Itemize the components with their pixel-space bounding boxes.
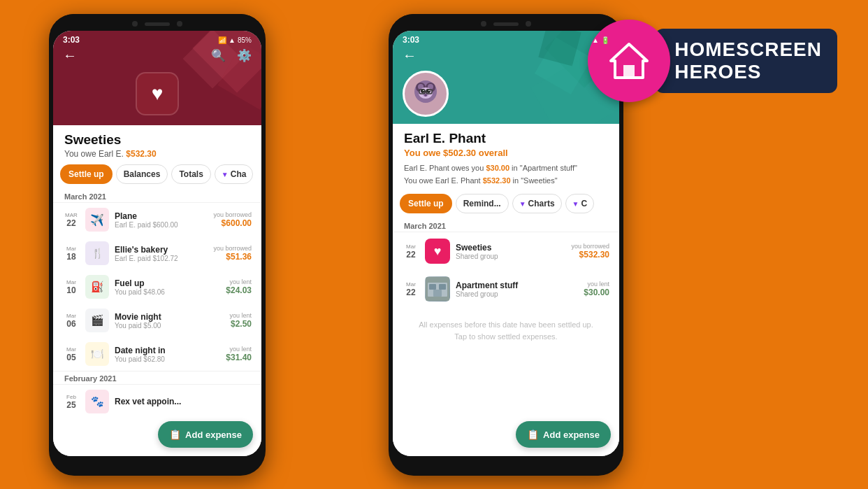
badge-line2: HEROES <box>674 61 822 83</box>
fuel-name: Fuel up <box>115 278 220 288</box>
camera-dot2 <box>177 21 182 27</box>
owe-amt-2: $532.30 <box>483 176 511 185</box>
month-datenight: Mar <box>66 346 76 353</box>
phone1-status-bar: 3:03 📶 ▲ 85% <box>53 31 261 46</box>
phone1-status-icons: 📶 ▲ 85% <box>218 36 252 44</box>
heart-icon: ♥ <box>152 83 164 105</box>
apt-icon-box <box>425 276 450 302</box>
sweeties-amount: $532.30 <box>571 250 609 260</box>
day-apt: 22 <box>406 288 415 297</box>
fuel-payer: You paid $48.06 <box>115 288 220 296</box>
fuel-amount: $24.03 <box>226 285 252 295</box>
february-label: February 2021 <box>53 371 261 385</box>
camera-dot-p2 <box>481 21 486 27</box>
add-expense-icon-1: 📋 <box>169 429 181 440</box>
settings-icon[interactable]: ⚙️ <box>237 48 252 63</box>
speaker <box>145 22 170 26</box>
battery-icon: 📶 <box>218 36 226 44</box>
tab-totals[interactable]: Totals <box>171 164 210 184</box>
p2-wifi-icon: ▲ <box>592 36 599 44</box>
phone1-header: 3:03 📶 ▲ 85% ← 🔍 ⚙️ <box>53 31 261 125</box>
date-sweeties: Mar 22 <box>403 243 419 260</box>
phone1-back-btn[interactable]: ← <box>63 48 77 64</box>
apt-status: you lent <box>584 281 609 288</box>
bakery-amount-col: you borrowed $51.36 <box>213 245 252 262</box>
more-icon-p2: ▼ <box>572 200 579 208</box>
add-expense-icon-2: 📋 <box>527 429 539 440</box>
tab-remind[interactable]: Remind... <box>456 194 509 213</box>
fuel-status: you lent <box>226 278 252 285</box>
phone2-back-btn[interactable]: ← <box>403 48 417 63</box>
phone1-time: 3:03 <box>63 35 80 45</box>
contact-name: Earl E. Phant <box>393 124 619 148</box>
add-expense-label-2: Add expense <box>543 430 600 440</box>
day-movie: 06 <box>66 319 75 329</box>
datenight-info: Date night in You paid $62.80 <box>115 346 220 363</box>
owe-detail-1: Earl E. Phant owes you $30.00 in "Apartm… <box>404 162 608 175</box>
tab-balances[interactable]: Balances <box>116 164 168 184</box>
plane-amount-col: you borrowed $600.00 <box>213 211 252 228</box>
movie-payer: You paid $5.00 <box>115 322 224 329</box>
movie-name: Movie night <box>115 312 224 322</box>
phone1-camera-bar <box>49 14 266 31</box>
phone2-month-label: March 2021 <box>393 219 619 232</box>
month-plane: Mar <box>65 212 78 218</box>
avatar-svg <box>408 76 443 111</box>
date-apt: Mar 22 <box>403 281 419 297</box>
day-rex: 25 <box>66 400 75 410</box>
phone2-status-bar: 3:03 ▲ 🔋 <box>393 31 619 46</box>
plane-payer: Earl E. paid $600.00 <box>115 221 208 229</box>
owe-details: Earl E. Phant owes you $30.00 in "Apartm… <box>393 161 619 188</box>
sweeties-amount-col: you borrowed $532.30 <box>571 243 609 260</box>
datenight-amount-col: you lent $31.40 <box>226 346 252 362</box>
phone2-content: Earl E. Phant You owe $502.30 overall Ea… <box>393 124 619 456</box>
phone1-screen: 3:03 📶 ▲ 85% ← 🔍 ⚙️ <box>53 31 261 456</box>
phone2-tabs: Settle up Remind... ▼ Charts ▼ C <box>393 188 619 219</box>
apt-amount-col: you lent $30.00 <box>584 281 609 297</box>
phone2-time: 3:03 <box>403 35 419 45</box>
add-expense-btn-2[interactable]: 📋 Add expense <box>516 421 611 448</box>
speaker-p2 <box>493 22 519 26</box>
phone2-avatar-area <box>403 71 449 117</box>
add-expense-btn-1[interactable]: 📋 Add expense <box>158 421 253 448</box>
expense-row-bakery: Mar 18 🍴 Ellie's bakery Earl E. paid $10… <box>53 236 261 270</box>
app-logo: ♥ <box>136 72 179 115</box>
bakery-amount: $51.36 <box>213 252 252 262</box>
group-subtitle: You owe Earl E. $532.30 <box>53 149 261 164</box>
date-datenight: Mar 05 <box>63 346 80 362</box>
month-sweeties: Mar <box>406 243 416 250</box>
bakery-icon-box: 🍴 <box>85 241 109 265</box>
expense-row-datenight: Mar 05 🍽️ Date night in You paid $62.80 … <box>53 337 261 371</box>
tab-settle-up[interactable]: Settle up <box>60 164 113 184</box>
sweeties-name: Sweeties <box>456 243 565 253</box>
bakery-info: Ellie's bakery Earl E. paid $102.72 <box>115 245 208 262</box>
tab-more-label-p2: C <box>581 199 588 208</box>
bakery-status: you borrowed <box>213 245 252 252</box>
tab-more-p2[interactable]: ▼ C <box>565 194 595 213</box>
movie-icon-box: 🎬 <box>85 309 109 332</box>
badge-line1: HOMESCREEN <box>674 38 822 61</box>
rex-icon-box: 🐾 <box>85 390 109 413</box>
subtitle-text: You owe Earl E. <box>64 149 124 159</box>
tab-settle-up-p2[interactable]: Settle up <box>400 194 452 213</box>
rex-info: Rex vet appoin... <box>115 397 252 406</box>
expense-row-rex: Feb 25 🐾 Rex vet appoin... <box>53 385 261 418</box>
plane-name: Plane <box>115 211 208 221</box>
tab-charts[interactable]: ▼ Cha <box>215 164 254 184</box>
search-icon[interactable]: 🔍 <box>211 48 226 63</box>
apt-icon-svg <box>426 277 449 301</box>
tab-charts-label-p2: Charts <box>528 199 555 208</box>
expense-row-movie: Mar 06 🎬 Movie night You paid $5.00 you … <box>53 304 261 337</box>
tab-charts-p2[interactable]: ▼ Charts <box>512 194 562 213</box>
svg-rect-17 <box>429 284 436 290</box>
date-movie: Mar 06 <box>63 313 80 329</box>
expense-row-apt: Mar 22 Apartment stuff <box>393 270 619 308</box>
phone1-tabs: Settle up Balances Totals ▼ Cha <box>53 164 261 190</box>
day-fuel: 10 <box>66 285 75 295</box>
add-expense-label-1: Add expense <box>185 430 242 440</box>
p2-battery-icon: 🔋 <box>601 36 609 44</box>
date-rex: Feb 25 <box>63 394 80 410</box>
month-bakery: Mar <box>66 246 76 252</box>
settled-text: All expenses before this date have been … <box>393 308 619 353</box>
badge-container: HOMESCREEN HEROES <box>588 20 837 102</box>
